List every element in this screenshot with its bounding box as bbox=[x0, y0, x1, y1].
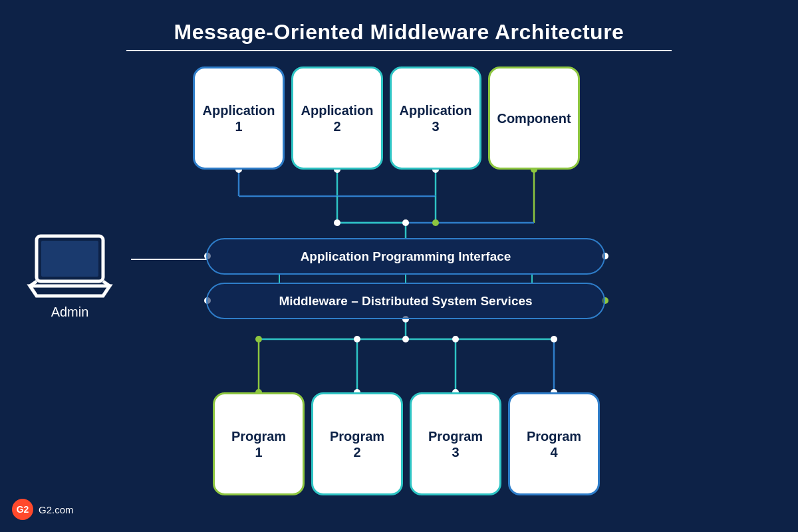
svg-point-33 bbox=[452, 336, 459, 342]
main-container: Message-Oriented Middleware Architecture bbox=[0, 0, 798, 532]
app-label-2: Application2 bbox=[301, 102, 374, 134]
g2-site-text: G2.com bbox=[39, 504, 74, 515]
app-label-1: Application1 bbox=[203, 102, 275, 134]
laptop-icon bbox=[27, 233, 113, 299]
admin-label: Admin bbox=[51, 305, 89, 320]
component-label: Component bbox=[497, 110, 571, 126]
svg-point-14 bbox=[334, 219, 340, 226]
bottom-program-row: Program1 Program2 Program3 Program4 bbox=[213, 392, 600, 495]
app-box-3: Application3 bbox=[390, 66, 481, 170]
program-box-1: Program1 bbox=[213, 392, 305, 495]
prog-label-1: Program1 bbox=[231, 428, 286, 460]
program-box-3: Program3 bbox=[410, 392, 501, 495]
api-bar: Application Programming Interface bbox=[206, 238, 605, 275]
program-box-2: Program2 bbox=[311, 392, 403, 495]
app-label-3: Application3 bbox=[400, 102, 472, 134]
g2-badge-text: G2 bbox=[17, 504, 29, 515]
title-underline bbox=[126, 50, 672, 51]
component-box: Component bbox=[488, 66, 580, 170]
program-box-4: Program4 bbox=[508, 392, 600, 495]
svg-rect-43 bbox=[41, 241, 98, 277]
svg-point-32 bbox=[402, 336, 409, 342]
svg-point-15 bbox=[402, 219, 409, 226]
middleware-bar-label: Middleware – Distributed System Services bbox=[279, 294, 532, 309]
page-title: Message-Oriented Middleware Architecture bbox=[0, 0, 798, 45]
g2-badge: G2 bbox=[12, 499, 33, 520]
svg-point-34 bbox=[551, 336, 557, 342]
svg-point-31 bbox=[354, 336, 360, 342]
prog-label-4: Program4 bbox=[527, 428, 581, 460]
top-app-row: Application1 Application2 Application3 C… bbox=[193, 66, 580, 170]
app-box-2: Application2 bbox=[291, 66, 383, 170]
api-bar-label: Application Programming Interface bbox=[301, 249, 511, 264]
prog-label-3: Program3 bbox=[428, 428, 483, 460]
svg-point-30 bbox=[255, 336, 262, 342]
admin-container: Admin bbox=[27, 233, 113, 320]
g2-logo: G2 G2.com bbox=[12, 499, 74, 520]
middleware-bar: Middleware – Distributed System Services bbox=[206, 283, 605, 319]
app-box-1: Application1 bbox=[193, 66, 285, 170]
prog-label-2: Program2 bbox=[330, 428, 384, 460]
svg-point-16 bbox=[432, 219, 439, 226]
